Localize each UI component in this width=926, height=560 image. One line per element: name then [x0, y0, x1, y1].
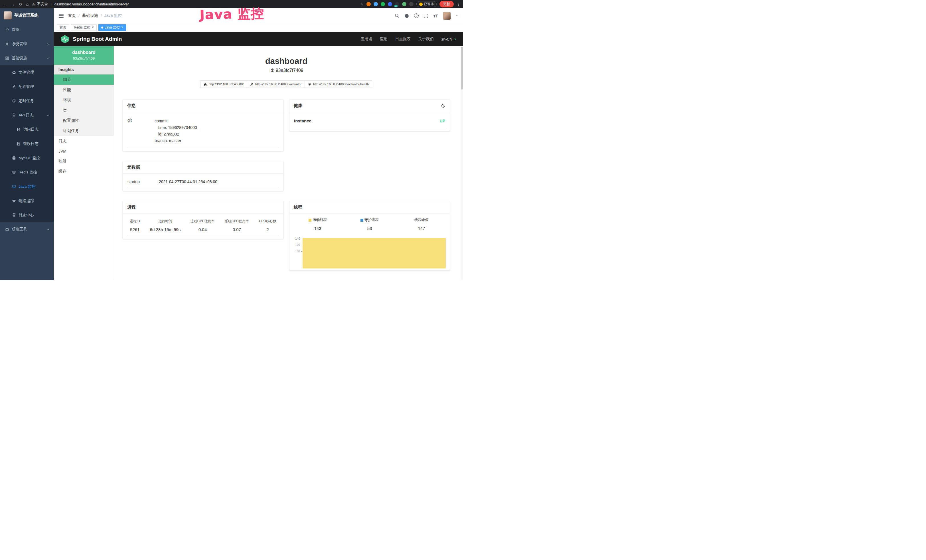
info-row-git: git commit: time: 1596289704000 id: 27aa…: [127, 114, 278, 148]
fullscreen-icon[interactable]: [424, 14, 428, 18]
sba-item-scheduled-tasks[interactable]: 计划任务: [54, 126, 114, 136]
sba-nav-journal[interactable]: 日志报表: [395, 36, 411, 42]
sba-brand-title: Spring Boot Admin: [73, 36, 122, 42]
chevron-down-icon: [47, 42, 50, 45]
browser-menu-icon[interactable]: ⋮: [457, 2, 460, 6]
tab-home[interactable]: 首页: [57, 24, 69, 31]
cloud-icon: [12, 70, 16, 74]
paused-pill[interactable]: 已暂停: [416, 1, 437, 7]
app-title: 芋道管理系统: [14, 13, 38, 18]
sba-item-config-props[interactable]: 配置属性: [54, 115, 114, 126]
sidebar-item-redis-monitor[interactable]: Redis 监控: [0, 165, 54, 179]
bookmark-star-icon[interactable]: ☆: [360, 2, 364, 6]
sidebar-item-system-mgmt[interactable]: 系统管理: [0, 37, 54, 51]
actuator-url-link[interactable]: http://192.168.0.2:48080/actuator: [247, 80, 305, 88]
document-icon: [17, 127, 21, 132]
close-icon[interactable]: ×: [92, 26, 94, 29]
sidebar-logo[interactable]: 芋道管理系统: [0, 8, 54, 23]
forward-icon[interactable]: →: [11, 2, 15, 6]
sidebar-item-file-mgmt[interactable]: 文件管理: [0, 65, 54, 80]
instance-header[interactable]: dashboard 93a3fc7f7409: [54, 46, 114, 65]
sba-nav: 应用墙 应用 日志报表 关于我们 zh-CN: [360, 36, 457, 42]
sba-nav-about[interactable]: 关于我们: [418, 36, 434, 42]
home-icon[interactable]: ⌂: [26, 2, 29, 6]
extension-icon-dark[interactable]: on: [395, 2, 399, 6]
sba-item-mappings[interactable]: 映射: [54, 156, 114, 166]
back-icon[interactable]: ←: [3, 2, 7, 6]
cards-grid: 信息 git commit: time: 1596289704000 id: 2: [123, 99, 450, 271]
sba-item-metrics[interactable]: 性能: [54, 85, 114, 95]
sidebar-item-api-logs[interactable]: API 日志: [0, 108, 54, 123]
sidebar-item-error-logs[interactable]: 错误日志: [0, 137, 54, 151]
sba-nav-applications[interactable]: 应用: [380, 36, 387, 42]
help-icon[interactable]: ?: [414, 14, 419, 18]
extension-icon-puzzle[interactable]: [409, 2, 413, 6]
sidebar-item-cron-jobs[interactable]: 定时任务: [0, 94, 54, 108]
process-card-header: 进程: [123, 201, 283, 214]
sba-item-classes[interactable]: 类: [54, 105, 114, 115]
sidebar-item-config-mgmt[interactable]: 配置管理: [0, 80, 54, 94]
metadata-card-header: 元数据: [123, 161, 283, 174]
extension-icon-green[interactable]: [381, 2, 385, 6]
url-divider: |: [50, 2, 51, 6]
reload-icon[interactable]: ↻: [19, 2, 22, 6]
history-icon[interactable]: [441, 104, 445, 108]
eye-icon: [12, 199, 16, 203]
scrollbar-thumb[interactable]: [461, 47, 463, 89]
sba-item-details[interactable]: 细节: [54, 74, 114, 85]
process-col-process-cpu: 进程CPU使用率 0.04: [191, 219, 215, 232]
service-url-link[interactable]: http://192.168.0.2:48080/: [200, 80, 247, 88]
sidebar-item-home[interactable]: 首页: [0, 23, 54, 37]
process-card-body: 进程ID 5261 运行时间 6d 23h 15m 59s: [123, 214, 283, 239]
process-card: 进程 进程ID 5261 运行时间: [123, 201, 283, 239]
extension-icon-grid[interactable]: [388, 2, 392, 6]
threads-legend: 活动线程 143 守护进程 53 线程峰值: [292, 218, 448, 231]
insights-section-header: Insights: [54, 65, 114, 74]
sba-nav-wallboard[interactable]: 应用墙: [360, 36, 372, 42]
chevron-up-icon: [47, 114, 50, 117]
extension-icon-blue[interactable]: [374, 2, 378, 6]
sba-item-caches[interactable]: 缓存: [54, 166, 114, 177]
tab-redis-monitor[interactable]: Redis 监控 ×: [71, 24, 97, 31]
breadcrumb-infrastructure[interactable]: 基础设施: [82, 13, 98, 18]
breadcrumb-home[interactable]: 首页: [68, 13, 76, 18]
axis-tick: [301, 239, 302, 239]
threads-chart-yaxis: 140 120 100: [291, 236, 302, 267]
sidebar-item-mysql-monitor[interactable]: MySQL 监控: [0, 151, 54, 165]
user-avatar[interactable]: [443, 12, 451, 20]
github-icon[interactable]: [404, 14, 409, 18]
health-url-link[interactable]: http://192.168.0.2:48080/actuator/health: [304, 80, 372, 88]
sidebar-item-infrastructure[interactable]: 基础设施: [0, 51, 54, 65]
avatar-caret-icon[interactable]: [455, 14, 458, 17]
hamburger-icon[interactable]: [59, 14, 64, 18]
tab-java-monitor[interactable]: Java 监控 ×: [98, 24, 126, 31]
address-bar[interactable]: ⚠ 不安全 | dashboard.yudao.iocoder.cn/infra…: [32, 2, 129, 6]
sba-item-environment[interactable]: 环境: [54, 95, 114, 105]
threads-card-header: 线程: [289, 201, 450, 214]
sba-item-logs[interactable]: 日志: [54, 136, 114, 146]
sidebar-item-access-logs[interactable]: 访问日志: [0, 123, 54, 137]
scrollbar-track[interactable]: [461, 46, 463, 280]
extension-icon-orange[interactable]: [366, 2, 371, 6]
sidebar-item-java-monitor[interactable]: Java 监控: [0, 179, 54, 194]
update-button[interactable]: 更新: [439, 1, 454, 8]
browser-toolbar: ← → ↻ ⌂ ⚠ 不安全 | dashboard.yudao.iocoder.…: [0, 0, 463, 8]
process-col-system-cpu: 系统CPU使用率 0.07: [225, 219, 249, 232]
sba-item-jvm[interactable]: JVM: [54, 146, 114, 156]
sidebar-item-tracing[interactable]: 链路追踪: [0, 194, 54, 208]
sba-header: Spring Boot Admin 应用墙 应用 日志报表 关于我们 zh-CN: [54, 32, 463, 46]
info-card-header: 信息: [123, 100, 283, 112]
close-icon[interactable]: ×: [121, 26, 123, 29]
topbar-actions: ? тT: [395, 12, 458, 20]
metadata-row-startup: startup 2021-04-27T00:44:31.254+08:00: [127, 176, 278, 188]
font-size-icon[interactable]: тT: [433, 14, 438, 18]
language-selector[interactable]: zh-CN: [442, 37, 457, 41]
search-icon[interactable]: [395, 14, 399, 18]
gear-icon: [5, 42, 9, 46]
extension-icon-leaf[interactable]: [402, 2, 406, 6]
screen: ← → ↻ ⌂ ⚠ 不安全 | dashboard.yudao.iocoder.…: [0, 0, 463, 280]
sidebar-item-dev-tools[interactable]: 研发工具: [0, 222, 54, 236]
spring-boot-admin-logo-icon: [60, 35, 70, 44]
sidebar-item-log-center[interactable]: 日志中心: [0, 208, 54, 222]
breadcrumb-current: Java 监控: [104, 13, 122, 18]
